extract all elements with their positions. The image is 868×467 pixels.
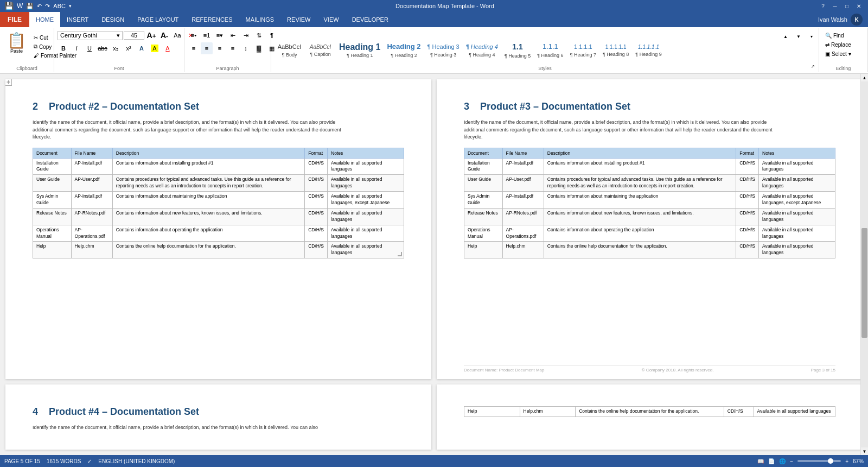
tab-file[interactable]: FILE bbox=[0, 12, 29, 27]
increase-indent-button[interactable]: ⇥ bbox=[240, 29, 252, 41]
style-heading3[interactable]: ¶ Heading 3 ¶ Heading 3 bbox=[425, 33, 462, 68]
styles-more[interactable]: ▾ bbox=[806, 30, 818, 42]
minimize-button[interactable]: ─ bbox=[830, 1, 840, 11]
close-button[interactable]: ✕ bbox=[854, 1, 864, 11]
title-bar: 💾 W 💾 ↶ ↷ ABC ▾ Documentation Map Templa… bbox=[0, 0, 868, 12]
quick-access-redo[interactable]: ↷ bbox=[45, 3, 50, 10]
align-center-button[interactable]: ≡ bbox=[201, 42, 213, 54]
editing-group: 🔍 Find ⇄ Replace ▣ Select ▾ Editing bbox=[819, 28, 868, 72]
style-1-1[interactable]: 1.1 ¶ Heading 5 bbox=[502, 33, 533, 68]
quick-access-spelling[interactable]: ABC bbox=[53, 3, 66, 9]
font-name-selector[interactable]: Century Gothi ▾ bbox=[58, 31, 123, 40]
font-color-button[interactable]: A bbox=[162, 42, 174, 54]
font-grow-button[interactable]: A+ bbox=[145, 29, 157, 41]
page-right-top: 3 Product #3 – Documentation Set Identif… bbox=[437, 79, 863, 379]
quick-access-save[interactable]: 💾 bbox=[26, 3, 34, 10]
tab-references[interactable]: REFERENCES bbox=[185, 12, 239, 27]
col-filename: File Name bbox=[71, 148, 112, 158]
bold-button[interactable]: B bbox=[58, 42, 69, 54]
table-row: Release Notes AP-RNotes.pdf Contains inf… bbox=[33, 208, 404, 225]
style-heading2[interactable]: Heading 2 ¶ Heading 2 bbox=[384, 33, 423, 68]
section-desc-3: Identify the name of the document, it of… bbox=[464, 119, 778, 141]
line-spacing-button[interactable]: ↕ bbox=[240, 42, 252, 54]
section-heading-2: 2 Product #2 – Documentation Set bbox=[33, 101, 404, 112]
table-row: User Guide AP-User.pdf Contains procedur… bbox=[33, 175, 404, 192]
strikethrough-button[interactable]: abc bbox=[97, 42, 108, 54]
sort-button[interactable]: ⇅ bbox=[253, 29, 265, 41]
style-1-1-1[interactable]: 1.1.1 ¶ Heading 6 bbox=[534, 33, 566, 68]
page-count[interactable]: PAGE 5 OF 15 bbox=[4, 458, 40, 464]
table-row: Release Notes AP-RNotes.pdf Contains inf… bbox=[464, 208, 835, 225]
align-left-button[interactable]: ≡ bbox=[188, 42, 200, 54]
language[interactable]: ENGLISH (UNITED KINGDOM) bbox=[98, 458, 175, 464]
shading-button[interactable]: ▓ bbox=[253, 42, 265, 54]
underline-button[interactable]: U bbox=[84, 42, 95, 54]
styles-scroll-up[interactable]: ▲ bbox=[780, 30, 792, 42]
text-effects-button[interactable]: A bbox=[136, 42, 148, 54]
tab-design[interactable]: DESIGN bbox=[95, 12, 131, 27]
zoom-thumb[interactable] bbox=[828, 458, 833, 464]
quick-access-undo[interactable]: ↶ bbox=[37, 3, 42, 10]
font-case-button[interactable]: Aa bbox=[171, 29, 183, 41]
table-row: Installation Guide AP-Install.pdf Contai… bbox=[33, 158, 404, 175]
zoom-level[interactable]: 67% bbox=[853, 458, 864, 464]
font-size-selector[interactable]: 45 bbox=[124, 31, 144, 40]
decrease-indent-button[interactable]: ⇤ bbox=[227, 29, 239, 41]
table-resize-handle[interactable] bbox=[398, 252, 402, 256]
footer-doc-name: Document Name: Product Document Map bbox=[464, 368, 545, 373]
replace-button[interactable]: ⇄ Replace bbox=[822, 41, 854, 49]
cut-icon: ✂ bbox=[34, 35, 38, 41]
table-row: Sys Admin Guide AP-Install.pdf Contains … bbox=[33, 192, 404, 209]
style-caption[interactable]: AaBbCcI ¶ Caption bbox=[305, 33, 335, 68]
scroll-down-button[interactable]: ▼ bbox=[861, 447, 869, 455]
subscript-button[interactable]: x₂ bbox=[110, 42, 122, 54]
numbering-button[interactable]: ≡1 bbox=[201, 29, 213, 41]
justify-button[interactable]: ≡ bbox=[227, 42, 239, 54]
tab-mailings[interactable]: MAILINGS bbox=[239, 12, 281, 27]
scroll-thumb[interactable] bbox=[861, 228, 867, 338]
maximize-button[interactable]: □ bbox=[842, 1, 852, 11]
page-left-bottom: 4 Product #4 – Documentation Set Identif… bbox=[5, 384, 431, 450]
superscript-button[interactable]: x² bbox=[123, 42, 135, 54]
style-heading-italic[interactable]: 1.1.1.1.1 ¶ Heading 9 bbox=[633, 33, 664, 68]
style-heading4[interactable]: ¶ Heading 4 ¶ Heading 4 bbox=[463, 33, 501, 68]
highlight-color-button[interactable]: A bbox=[149, 42, 161, 54]
tab-view[interactable]: VIEW bbox=[317, 12, 346, 27]
tab-page-layout[interactable]: PAGE LAYOUT bbox=[131, 12, 185, 27]
style-1-1-1-1-1[interactable]: 1.1.1.1.1 ¶ Heading 8 bbox=[600, 33, 631, 68]
bullets-button[interactable]: ≡• bbox=[188, 29, 200, 41]
zoom-in-button[interactable]: + bbox=[845, 458, 848, 464]
scroll-up-button[interactable]: ▲ bbox=[861, 74, 869, 81]
view-print-icon[interactable]: 📄 bbox=[768, 458, 775, 464]
style-body[interactable]: AaBbCcI ¶ Body bbox=[275, 33, 304, 68]
find-button[interactable]: 🔍 Find bbox=[822, 31, 846, 40]
format-painter-icon: 🖌 bbox=[34, 53, 39, 59]
table-row: Installation Guide AP-Install.pdf Contai… bbox=[464, 158, 835, 175]
tab-insert[interactable]: INSERT bbox=[60, 12, 95, 27]
section-desc-4: Identify the name of the document, it of… bbox=[33, 424, 347, 432]
view-read-icon[interactable]: 📖 bbox=[757, 458, 764, 464]
tab-home[interactable]: HOME bbox=[29, 12, 60, 27]
word-count[interactable]: 1615 WORDS bbox=[47, 458, 81, 464]
style-1-1-1-1[interactable]: 1.1.1.1 ¶ Heading 7 bbox=[567, 33, 599, 68]
select-button[interactable]: ▣ Select ▾ bbox=[822, 50, 854, 58]
zoom-out-button[interactable]: − bbox=[790, 458, 793, 464]
style-heading1[interactable]: Heading 1 ¶ Heading 1 bbox=[336, 33, 383, 68]
table-move-handle[interactable]: ✛ bbox=[5, 79, 12, 86]
align-right-button[interactable]: ≡ bbox=[214, 42, 226, 54]
font-shrink-button[interactable]: A- bbox=[158, 29, 170, 41]
zoom-slider[interactable] bbox=[797, 460, 841, 462]
font-group: Century Gothi ▾ 45 A+ A- Aa ✕ B I U abc … bbox=[54, 28, 184, 72]
styles-scroll-down[interactable]: ▼ bbox=[793, 30, 805, 42]
paste-button[interactable]: 📋 Paste bbox=[3, 31, 30, 55]
help-button[interactable]: ? bbox=[818, 1, 828, 11]
status-right: 📖 📄 🌐 − + 67% bbox=[757, 458, 864, 464]
tab-developer[interactable]: DEVELOPER bbox=[346, 12, 395, 27]
multilevel-list-button[interactable]: ≡▾ bbox=[214, 29, 226, 41]
italic-button[interactable]: I bbox=[71, 42, 82, 54]
view-web-icon[interactable]: 🌐 bbox=[779, 458, 786, 464]
tab-review[interactable]: REVIEW bbox=[280, 12, 317, 27]
doc-table-2: Document File Name Description Format No… bbox=[33, 148, 404, 259]
scroll-track[interactable] bbox=[861, 81, 868, 447]
document-area: ✛ 2 Product #2 – Documentation Set Ident… bbox=[0, 74, 868, 455]
